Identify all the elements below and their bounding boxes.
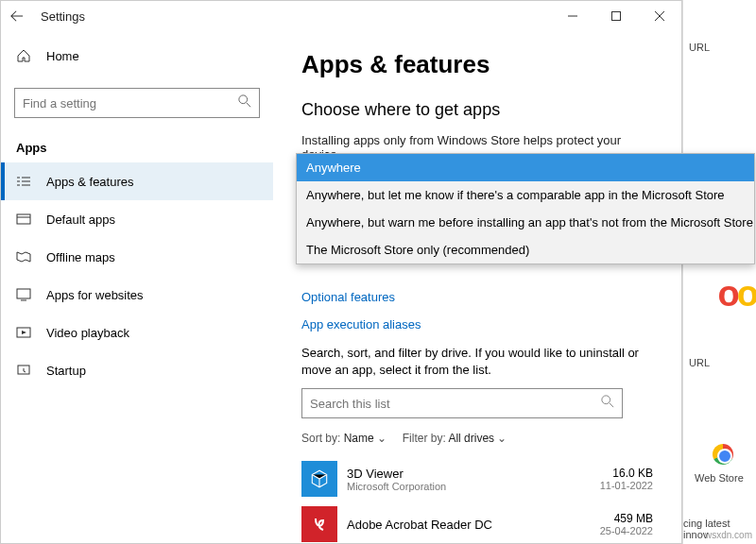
nav-apps-for-websites[interactable]: Apps for websites xyxy=(1,276,273,314)
nav-startup[interactable]: Startup xyxy=(1,351,273,389)
search-settings-input[interactable] xyxy=(23,96,238,110)
sidebar-item-label: Offline maps xyxy=(46,250,115,264)
svg-rect-1 xyxy=(612,12,621,21)
minimize-button[interactable] xyxy=(551,1,594,31)
web-store-label: Web Store xyxy=(695,472,744,484)
svg-line-9 xyxy=(610,403,613,407)
arrow-left-icon xyxy=(10,9,24,23)
app-icon-3d-viewer xyxy=(301,461,337,497)
minimize-icon xyxy=(568,11,577,21)
partial-right-panel: URL oo URL Web Store cing latest innov xyxy=(682,0,756,544)
settings-window: Settings Home Apps Apps & features xyxy=(0,0,682,544)
sidebar: Home Apps Apps & features Default apps O… xyxy=(1,31,273,543)
dropdown-option[interactable]: The Microsoft Store only (recommended) xyxy=(297,236,754,264)
app-publisher: Microsoft Corporation xyxy=(347,481,446,492)
dropdown-option[interactable]: Anywhere, but let me know if there's a c… xyxy=(297,181,754,209)
close-icon xyxy=(655,11,664,21)
video-playback-icon xyxy=(16,325,31,340)
nav-apps-features[interactable]: Apps & features xyxy=(1,162,273,200)
app-size: 16.0 KB xyxy=(600,467,653,480)
sidebar-item-label: Apps for websites xyxy=(46,288,144,302)
startup-icon xyxy=(16,363,31,378)
search-icon xyxy=(238,94,251,111)
partial-google-logo: oo xyxy=(718,274,756,314)
sort-value[interactable]: Name xyxy=(344,432,374,445)
app-row[interactable]: 3D Viewer Microsoft Corporation 16.0 KB … xyxy=(301,456,653,502)
nav-home-label: Home xyxy=(46,49,79,63)
svg-point-8 xyxy=(602,396,610,404)
app-row[interactable]: Adobe Acrobat Reader DC 459 MB 25-04-202… xyxy=(301,502,653,543)
sidebar-item-label: Default apps xyxy=(46,212,115,227)
chrome-icon xyxy=(713,444,733,465)
dropdown-option[interactable]: Anywhere, but warn me before installing … xyxy=(297,209,754,236)
section-heading: Choose where to get apps xyxy=(301,100,653,120)
home-icon xyxy=(16,48,31,63)
back-button[interactable] xyxy=(1,1,33,31)
app-icon-adobe-reader xyxy=(301,506,337,542)
sidebar-item-label: Startup xyxy=(46,364,86,378)
search-app-list[interactable] xyxy=(301,388,623,418)
svg-point-2 xyxy=(239,95,248,104)
offline-maps-icon xyxy=(16,249,31,264)
search-settings[interactable] xyxy=(14,88,260,118)
chevron-down-icon: ⌄ xyxy=(377,432,389,445)
app-date: 11-01-2022 xyxy=(600,480,653,491)
filter-label: Filter by: xyxy=(403,432,446,445)
apps-features-icon xyxy=(16,174,31,189)
window-controls xyxy=(551,1,681,31)
maximize-button[interactable] xyxy=(594,1,638,31)
url-label: URL xyxy=(689,42,710,53)
sidebar-section-label: Apps xyxy=(1,118,273,162)
search-icon xyxy=(601,395,614,412)
apps-websites-icon xyxy=(16,287,31,302)
app-execution-aliases-link[interactable]: App execution aliases xyxy=(301,317,653,332)
sort-label: Sort by: xyxy=(301,432,340,445)
close-button[interactable] xyxy=(638,1,681,31)
content-pane: Apps & features Choose where to get apps… xyxy=(273,31,681,543)
nav-video-playback[interactable]: Video playback xyxy=(1,314,273,351)
filter-value[interactable]: All drives xyxy=(448,432,494,445)
app-source-dropdown[interactable]: Anywhere Anywhere, but let me know if th… xyxy=(296,153,755,264)
maximize-icon xyxy=(611,11,621,21)
chevron-down-icon: ⌄ xyxy=(497,432,507,445)
search-app-list-input[interactable] xyxy=(310,397,601,411)
app-name: 3D Viewer xyxy=(347,467,446,481)
window-title: Settings xyxy=(41,9,85,24)
default-apps-icon xyxy=(16,212,31,227)
page-title: Apps & features xyxy=(301,50,653,79)
svg-rect-4 xyxy=(17,214,30,224)
url-label: URL xyxy=(689,357,710,368)
app-name: Adobe Acrobat Reader DC xyxy=(347,518,492,532)
sidebar-item-label: Apps & features xyxy=(46,175,134,189)
sort-filter-row: Sort by: Name ⌄ Filter by: All drives ⌄ xyxy=(301,432,653,445)
app-date: 25-04-2022 xyxy=(600,525,653,536)
dropdown-option[interactable]: Anywhere xyxy=(297,154,754,181)
svg-line-3 xyxy=(247,103,250,107)
app-size: 459 MB xyxy=(600,512,653,525)
nav-offline-maps[interactable]: Offline maps xyxy=(1,238,273,276)
sidebar-item-label: Video playback xyxy=(46,326,129,340)
optional-features-link[interactable]: Optional features xyxy=(301,290,653,304)
svg-rect-5 xyxy=(17,289,30,298)
nav-default-apps[interactable]: Default apps xyxy=(1,200,273,238)
nav-home[interactable]: Home xyxy=(1,37,273,75)
titlebar: Settings xyxy=(1,1,681,31)
filter-desc: Search, sort, and filter by drive. If yo… xyxy=(301,345,653,379)
watermark: wsxdn.com xyxy=(705,530,752,540)
